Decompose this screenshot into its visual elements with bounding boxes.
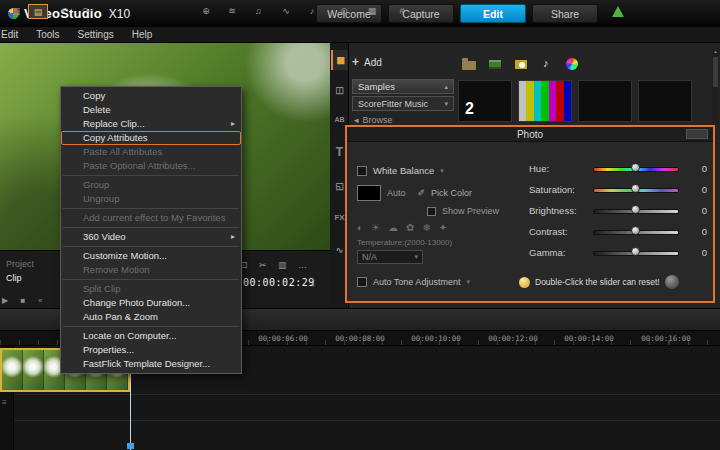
menu-separator	[63, 246, 239, 247]
menu-edit[interactable]: Edit	[0, 27, 27, 43]
hue-label: Hue:	[529, 163, 549, 174]
ctx-delete[interactable]: Delete	[61, 103, 241, 117]
ctx-fastflick-designer[interactable]: FastFlick Template Designer...	[61, 357, 241, 371]
gallery-item-scorefitter[interactable]: ScoreFitter Music ▾	[352, 96, 454, 111]
thumbnail-black-2[interactable]	[638, 80, 692, 122]
ctx-360-video[interactable]: 360 Video ▸	[61, 230, 241, 244]
ctx-copy[interactable]: Copy	[61, 89, 241, 103]
redo-icon[interactable]: ↷	[76, 4, 96, 19]
gamma-slider-thumb[interactable]	[631, 247, 640, 256]
snow-preset-icon[interactable]: ❄	[422, 222, 430, 233]
tab-share[interactable]: Share	[532, 4, 598, 23]
gamma-value: 0	[702, 247, 707, 258]
temperature-dropdown[interactable]: N/A ▾	[357, 250, 423, 264]
menu-bar: Edit Tools Settings Help	[0, 27, 720, 43]
clip-mode-label[interactable]: Clip	[6, 273, 22, 283]
auto-wb-label[interactable]: Auto	[387, 188, 406, 198]
hue-slider-thumb[interactable]	[631, 163, 640, 172]
motion-tracking-icon[interactable]: ⊙	[334, 4, 354, 19]
white-balance-dropdown-icon[interactable]: ▾	[440, 167, 444, 175]
color-swatch[interactable]	[357, 185, 381, 201]
ctx-locate-on-computer[interactable]: Locate on Computer...	[61, 329, 241, 343]
video-filter-icon[interactable]	[488, 59, 502, 70]
more-options-icon[interactable]: …	[298, 260, 307, 270]
library-scrollbar[interactable]: ▴	[712, 48, 719, 126]
menu-tools[interactable]: Tools	[27, 27, 68, 43]
pick-color-label[interactable]: Pick Color	[431, 188, 472, 198]
project-mode-label[interactable]: Project	[6, 259, 34, 269]
waveform-icon[interactable]: ∿	[276, 4, 296, 19]
auto-tone-dropdown-icon[interactable]: ▾	[466, 278, 470, 286]
menu-help[interactable]: Help	[123, 27, 162, 43]
overlay-track-icon[interactable]: ≡	[2, 398, 7, 407]
thumbnail-black-1[interactable]	[578, 80, 632, 122]
hint-row: Double-Click the slider can reset!	[519, 275, 679, 289]
menu-settings[interactable]: Settings	[69, 27, 123, 43]
media-library-icon[interactable]: ▦	[331, 50, 348, 70]
color-pattern-icon[interactable]	[566, 58, 578, 70]
folder-icon[interactable]	[462, 61, 476, 70]
tab-edit[interactable]: Edit	[460, 4, 526, 23]
flower-preset-icon[interactable]: ✿	[406, 222, 414, 233]
thumbnail-sample-2[interactable]: 2	[458, 80, 512, 122]
rewind-button-icon[interactable]: «	[38, 296, 42, 305]
auto-tone-checkbox[interactable]	[357, 277, 367, 287]
contrast-slider-thumb[interactable]	[631, 226, 640, 235]
scroll-up-icon[interactable]: ▴	[712, 48, 719, 54]
browse-button[interactable]: ◂ Browse	[354, 115, 393, 125]
timecode-spin-down-icon[interactable]: ▾	[312, 282, 315, 288]
upgrade-arrow-icon[interactable]	[612, 6, 624, 17]
daylight-preset-icon[interactable]: ☀	[371, 222, 380, 233]
playhead-marker[interactable]	[127, 443, 134, 449]
contrast-value: 0	[702, 226, 707, 237]
grid-settings-icon[interactable]: #	[392, 4, 412, 19]
stop-button-icon[interactable]: ■	[21, 296, 26, 305]
timecode-spinner[interactable]: ▴ ▾	[312, 276, 315, 288]
ctx-replace-clip[interactable]: Replace Clip... ▸	[61, 117, 241, 131]
menu-separator	[63, 279, 239, 280]
timeline-view-icon[interactable]: ▤	[28, 4, 48, 19]
brightness-slider-thumb[interactable]	[631, 205, 640, 214]
saturation-slider-thumb[interactable]	[631, 184, 640, 193]
ctx-customize-motion[interactable]: Customize Motion...	[61, 249, 241, 263]
timecode-display[interactable]: 00:00:02:29	[243, 277, 315, 288]
add-button[interactable]: + Add	[352, 54, 382, 70]
ctx-properties[interactable]: Properties...	[61, 343, 241, 357]
reset-sphere-icon[interactable]	[665, 275, 679, 289]
ctx-change-photo-duration[interactable]: Change Photo Duration...	[61, 296, 241, 310]
photo-filter-icon[interactable]	[514, 59, 528, 70]
panel-options-button[interactable]	[686, 129, 708, 139]
gamma-label: Gamma:	[529, 247, 565, 258]
tungsten-preset-icon[interactable]: ◐	[357, 222, 363, 233]
browse-label: Browse	[363, 115, 393, 125]
track-separator	[0, 394, 720, 395]
sound-mixer-icon[interactable]: ♫	[248, 4, 268, 19]
frame-grab-icon[interactable]: ▥	[278, 260, 287, 270]
music-filter-icon[interactable]: ♪	[543, 57, 549, 69]
thumbnail-colorbars[interactable]	[518, 80, 572, 122]
split-scissors-icon[interactable]: ✂	[259, 260, 267, 270]
flash-preset-icon[interactable]: ✦	[439, 222, 447, 233]
ctx-copy-attributes[interactable]: Copy Attributes	[61, 131, 241, 145]
transitions-icon[interactable]: ◫	[331, 80, 348, 100]
media-thumbnails: 2	[458, 80, 692, 122]
ctx-paste-optional-attributes: Paste Optional Attributes...	[61, 159, 241, 173]
auto-music-icon[interactable]: ♪	[302, 4, 322, 19]
hint-text: Double-Click the slider can reset!	[535, 277, 660, 287]
white-balance-checkbox[interactable]	[357, 166, 367, 176]
cloudy-preset-icon[interactable]: ☁	[388, 222, 398, 233]
ctx-auto-pan-zoom[interactable]: Auto Pan & Zoom	[61, 310, 241, 324]
track-manager-icon[interactable]: ▦	[362, 4, 382, 19]
saturation-label: Saturation:	[529, 184, 575, 195]
storyboard-view-icon[interactable]: ▥	[6, 4, 26, 19]
undo-icon[interactable]: ↶	[54, 4, 74, 19]
plus-icon: +	[352, 55, 359, 69]
eyedropper-icon[interactable]: ✐	[418, 188, 426, 198]
record-capture-icon[interactable]: ⊕	[196, 4, 216, 19]
gallery-item-samples[interactable]: Samples ▴	[352, 79, 454, 94]
ripple-edit-icon[interactable]: ≋	[222, 4, 242, 19]
play-button-icon[interactable]: ▶	[2, 296, 8, 305]
show-preview-checkbox[interactable]	[427, 207, 436, 216]
scrollbar-thumb[interactable]	[713, 57, 718, 87]
title-bar: VideoStudio X10 Welcome Capture Edit Sha…	[0, 0, 720, 27]
